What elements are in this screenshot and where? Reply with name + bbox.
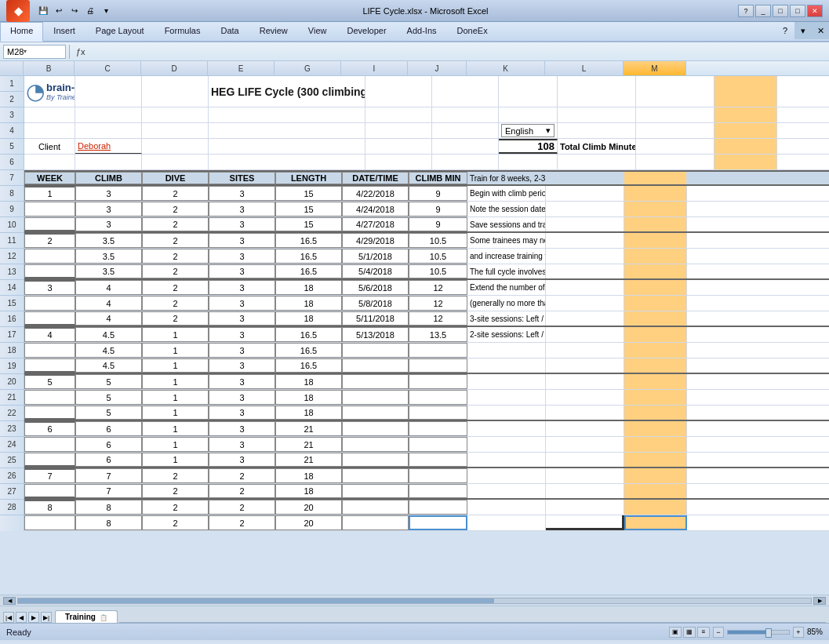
- cell-m23[interactable]: [624, 437, 687, 452]
- zoom-slider-thumb[interactable]: [765, 628, 772, 638]
- cell-e20[interactable]: 3: [209, 390, 275, 405]
- cell-b18[interactable]: [24, 358, 75, 373]
- cell-d15[interactable]: 2: [142, 311, 209, 326]
- office-button[interactable]: ◆: [6, 0, 30, 22]
- row-16[interactable]: 16: [0, 311, 24, 327]
- cell-j5[interactable]: [499, 155, 558, 169]
- cell-d13[interactable]: 2: [142, 280, 209, 295]
- cell-b10-week2[interactable]: 2: [24, 233, 75, 248]
- ribbon-close-icon[interactable]: ✕: [812, 22, 829, 39]
- print-icon[interactable]: 🖨: [83, 4, 97, 18]
- cell-c10[interactable]: 3.5: [75, 233, 142, 248]
- cell-e13[interactable]: 3: [209, 280, 275, 295]
- cell-b14[interactable]: [24, 296, 75, 311]
- normal-view-button[interactable]: ▣: [669, 627, 682, 638]
- cell-e12[interactable]: 3: [209, 264, 275, 278]
- cell-g20[interactable]: 18: [275, 390, 342, 405]
- col-header-j[interactable]: J: [408, 61, 467, 75]
- cell-b19-week5[interactable]: 5: [24, 374, 75, 389]
- cell-g8[interactable]: 15: [275, 202, 342, 216]
- cell-d4[interactable]: [142, 139, 209, 154]
- cell-b22-week6[interactable]: 6: [24, 421, 75, 436]
- cell-d20[interactable]: 1: [142, 390, 209, 405]
- cell-e5[interactable]: [209, 155, 365, 169]
- cell-b24[interactable]: [24, 453, 75, 467]
- row-23[interactable]: 23: [0, 421, 24, 437]
- cell-i18[interactable]: [342, 358, 409, 373]
- cell-e8[interactable]: 3: [209, 202, 275, 216]
- cell-c14[interactable]: 4: [75, 296, 142, 311]
- zoom-out-button[interactable]: −: [713, 627, 724, 638]
- cell-g27[interactable]: 20: [275, 500, 342, 515]
- ribbon-help-icon[interactable]: ?: [776, 22, 794, 39]
- cell-j21[interactable]: [409, 406, 467, 420]
- cell-m22[interactable]: [624, 421, 687, 436]
- row-12[interactable]: 12: [0, 249, 24, 264]
- row-14[interactable]: 14: [0, 280, 24, 296]
- cell-g26[interactable]: 18: [275, 484, 342, 498]
- cell-d19[interactable]: 1: [142, 374, 209, 389]
- restore-button[interactable]: □: [773, 5, 788, 17]
- cell-j23[interactable]: [409, 437, 467, 452]
- cell-c25[interactable]: 7: [75, 468, 142, 483]
- row-1[interactable]: 1: [0, 76, 24, 92]
- tab-review[interactable]: Review: [249, 22, 298, 41]
- cell-g23[interactable]: 21: [275, 437, 342, 452]
- cell-m7[interactable]: [624, 186, 687, 201]
- cell-d26[interactable]: 2: [142, 484, 209, 498]
- cell-i12[interactable]: 5/4/2018: [342, 264, 409, 278]
- cell-c26[interactable]: 7: [75, 484, 142, 498]
- cell-m10[interactable]: [624, 233, 687, 248]
- cell-c15[interactable]: 4: [75, 311, 142, 326]
- row-3[interactable]: 3: [0, 107, 24, 123]
- row-24[interactable]: 24: [0, 437, 24, 453]
- cell-g15[interactable]: 18: [275, 311, 342, 326]
- cell-i5[interactable]: [432, 155, 499, 169]
- ribbon-minimize-icon[interactable]: ▾: [794, 22, 812, 39]
- cell-i9[interactable]: 4/27/2018: [342, 217, 409, 231]
- h-scrollbar-thumb[interactable]: [18, 599, 494, 603]
- row-22[interactable]: 22: [0, 406, 24, 421]
- col-header-m[interactable]: M: [624, 61, 686, 75]
- cell-j14[interactable]: 12: [409, 296, 467, 311]
- cell-g17[interactable]: 16.5: [275, 343, 342, 358]
- cell-d3[interactable]: [142, 123, 209, 138]
- cell-c2[interactable]: [75, 107, 142, 122]
- cell-i11[interactable]: 5/1/2018: [342, 249, 409, 264]
- cell-e27[interactable]: 2: [209, 500, 275, 515]
- row-8[interactable]: 8: [0, 186, 24, 202]
- cell-l4[interactable]: [636, 139, 714, 154]
- cell-c22[interactable]: 6: [75, 421, 142, 436]
- cell-m5[interactable]: [714, 155, 777, 169]
- cell-b11[interactable]: [24, 249, 75, 264]
- row-6[interactable]: 6: [0, 155, 24, 170]
- cell-m2[interactable]: [714, 107, 777, 122]
- cell-e4[interactable]: [209, 139, 365, 154]
- row-9[interactable]: 9: [0, 202, 24, 217]
- cell-i16[interactable]: 5/13/2018: [342, 327, 409, 342]
- cell-d24[interactable]: 1: [142, 453, 209, 467]
- cell-b26[interactable]: [24, 484, 75, 498]
- cell-e10[interactable]: 3: [209, 233, 275, 248]
- cell-j19[interactable]: [409, 374, 467, 389]
- cell-d17[interactable]: 1: [142, 343, 209, 358]
- row-27[interactable]: 27: [0, 484, 24, 500]
- cell-j27[interactable]: [409, 500, 467, 515]
- cell-d10[interactable]: 2: [142, 233, 209, 248]
- cell-e18[interactable]: 3: [209, 358, 275, 373]
- cell-d22[interactable]: 1: [142, 421, 209, 436]
- h-scrollbar-track[interactable]: [17, 598, 812, 604]
- cell-j10[interactable]: 10.5: [409, 233, 467, 248]
- dropdown-icon[interactable]: ▾: [99, 4, 113, 18]
- cell-c17[interactable]: 4.5: [75, 343, 142, 358]
- cell-b20[interactable]: [24, 390, 75, 405]
- help-icon[interactable]: ?: [738, 5, 754, 17]
- cell-c18[interactable]: 4.5: [75, 358, 142, 373]
- cell-j12[interactable]: 10.5: [409, 264, 467, 278]
- cell-e11[interactable]: 3: [209, 249, 275, 264]
- cell-m1[interactable]: [714, 76, 777, 107]
- cell-g19[interactable]: 18: [275, 374, 342, 389]
- col-header-e[interactable]: E: [208, 61, 275, 75]
- cell-g14[interactable]: 18: [275, 296, 342, 311]
- cell-m12[interactable]: [624, 264, 687, 278]
